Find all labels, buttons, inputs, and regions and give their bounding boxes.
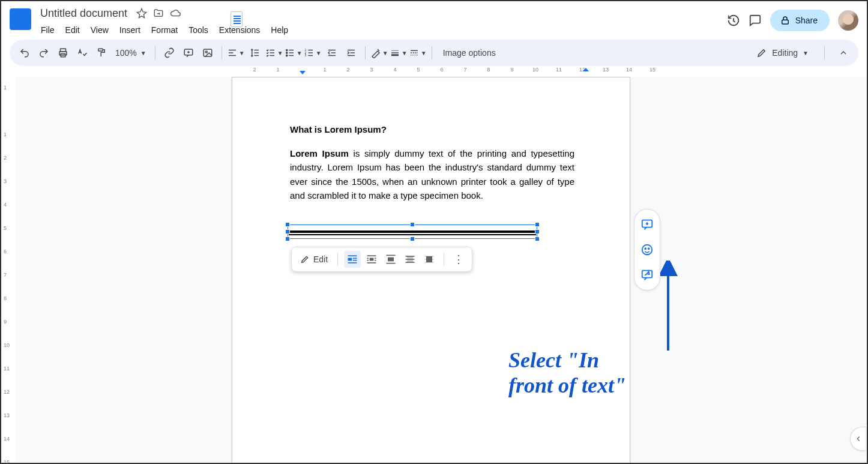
chevron-down-icon: ▼ [421,50,427,56]
insert-link-button[interactable] [160,44,178,62]
wrap-in-front-of-text-button[interactable] [421,251,438,268]
print-button[interactable] [54,44,72,62]
svg-rect-27 [388,258,394,262]
document-title[interactable]: Untitled document [37,7,130,20]
svg-point-7 [205,51,207,53]
wrap-text-button[interactable] [363,251,380,268]
svg-rect-28 [387,263,396,264]
svg-rect-22 [375,258,376,259]
lock-icon [780,15,791,26]
bulleted-list-button[interactable]: ▼ [285,44,303,62]
insert-image-button[interactable] [199,44,217,62]
spellcheck-button[interactable] [73,44,91,62]
decrease-indent-button[interactable] [323,44,341,62]
border-dash-button[interactable]: ▼ [409,44,427,62]
comments-icon[interactable] [749,14,762,27]
wrap-break-text-button[interactable] [382,251,399,268]
wrap-behind-text-button[interactable] [402,251,418,268]
separator [824,46,825,59]
body-bold-lead: Lorem Ipsum [290,148,349,158]
resize-handle[interactable] [535,229,540,234]
svg-rect-21 [367,258,369,259]
separator [337,253,338,266]
chevron-down-icon: ▼ [277,50,283,56]
zoom-select[interactable]: 100% ▼ [112,44,150,62]
svg-rect-4 [98,49,103,51]
resize-handle[interactable] [410,222,415,227]
menu-file[interactable]: File [36,23,59,37]
undo-button[interactable] [16,44,34,62]
edit-drawing-button[interactable]: Edit [297,255,331,264]
align-button[interactable]: ▼ [227,44,245,62]
star-icon[interactable] [136,8,147,19]
increase-indent-button[interactable] [342,44,360,62]
resize-handle[interactable] [410,237,415,241]
avatar[interactable] [838,10,858,31]
docs-logo[interactable] [10,8,31,30]
svg-rect-30 [406,256,415,257]
svg-rect-32 [406,262,415,263]
indent-handle-icon[interactable] [300,71,306,74]
svg-point-10 [286,55,287,56]
image-wrap-toolbar: Edit ⋮ [291,247,472,272]
collapse-toolbar-button[interactable] [834,44,852,62]
svg-point-39 [645,248,646,249]
separator [432,46,432,59]
horizontal-ruler[interactable]: 2 1 1 2 3 4 5 6 7 8 9 10 11 12 13 14 15 [16,66,867,77]
menu-help[interactable]: Help [266,23,293,37]
menu-insert[interactable]: Insert [115,23,145,37]
share-button[interactable]: Share [770,10,830,31]
image-options-button[interactable]: Image options [437,48,502,58]
svg-rect-24 [375,260,376,261]
svg-rect-25 [367,262,376,264]
more-options-button[interactable]: ⋮ [450,253,467,266]
svg-rect-19 [367,255,376,256]
checklist-button[interactable]: ▼ [265,44,283,62]
paint-format-button[interactable] [92,44,110,62]
resize-handle[interactable] [285,222,290,227]
border-color-button[interactable]: ▼ [370,44,388,62]
resize-handle[interactable] [535,237,540,241]
comment-rail [634,209,660,291]
editing-mode-button[interactable]: Editing ▼ [750,47,815,58]
document-canvas[interactable]: What is Lorem Ipsum? Lorem Ipsum is simp… [16,77,867,463]
chevron-down-icon: ▼ [140,50,146,56]
chevron-down-icon: ▼ [803,50,809,56]
pencil-icon [756,47,767,58]
add-emoji-rail-button[interactable] [637,240,657,260]
svg-rect-6 [203,49,212,56]
resize-handle[interactable] [285,229,290,234]
heading-text[interactable]: What is Lorem Ipsum? [290,124,574,134]
svg-rect-16 [353,258,357,259]
resize-handle[interactable] [285,237,290,241]
add-comment-rail-button[interactable] [637,214,657,235]
redo-button[interactable] [35,44,53,62]
annotation-text: Select "In front of text" [508,348,630,398]
vertical-ruler[interactable]: 1 1 2 3 4 5 6 7 8 9 10 11 12 13 14 15 [1,77,16,463]
menu-edit[interactable]: Edit [61,23,85,37]
move-to-folder-icon[interactable] [153,8,164,19]
selected-drawing[interactable] [288,224,537,239]
svg-rect-17 [353,260,357,261]
indent-handle-icon[interactable] [583,68,589,71]
menu-view[interactable]: View [86,23,113,37]
menu-format[interactable]: Format [146,23,182,37]
svg-rect-26 [387,255,396,256]
body-text[interactable]: Lorem Ipsum is simply dummy text of the … [290,146,574,202]
svg-rect-31 [406,259,415,260]
separator [365,46,366,59]
cloud-saved-icon[interactable] [170,8,181,19]
border-weight-button[interactable]: ▼ [390,44,408,62]
numbered-list-button[interactable]: 123▼ [304,44,322,62]
suggest-edits-rail-button[interactable] [637,265,657,285]
resize-handle[interactable] [535,222,540,227]
history-icon[interactable] [727,14,740,27]
wrap-inline-button[interactable] [344,251,361,268]
add-comment-button[interactable] [179,44,197,62]
svg-point-40 [648,248,649,249]
document-page[interactable]: What is Lorem Ipsum? Lorem Ipsum is simp… [232,77,630,463]
zoom-value: 100% [115,48,137,58]
share-label: Share [795,16,818,25]
line-spacing-button[interactable] [246,44,264,62]
menu-tools[interactable]: Tools [184,23,213,37]
